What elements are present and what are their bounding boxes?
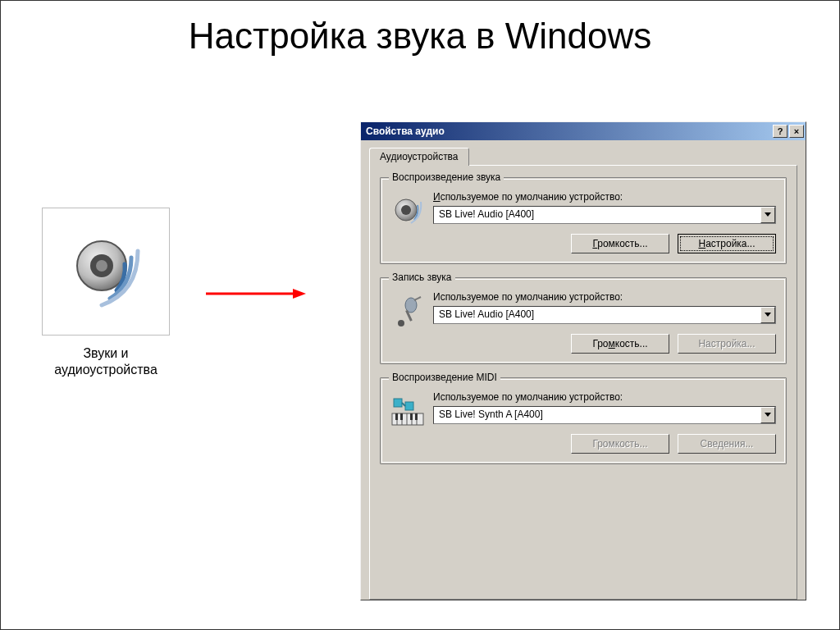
- record-volume-button[interactable]: Громкость...: [571, 334, 669, 354]
- svg-point-6: [401, 205, 411, 215]
- midi-device-combo[interactable]: SB Live! Synth A [A400]: [433, 406, 776, 424]
- svg-rect-21: [410, 413, 413, 420]
- midi-info-button: Сведения...: [678, 434, 776, 454]
- svg-rect-22: [415, 413, 418, 420]
- playback-device-value: SB Live! Audio [A400]: [434, 207, 760, 223]
- svg-point-2: [96, 260, 107, 272]
- playback-setup-button[interactable]: Настройка...: [678, 234, 776, 253]
- svg-rect-23: [394, 399, 402, 407]
- playback-device-combo[interactable]: SB Live! Audio [A400]: [433, 206, 776, 224]
- playback-volume-button[interactable]: Громкость...: [571, 234, 669, 253]
- record-device-combo[interactable]: SB Live! Audio [A400]: [433, 306, 776, 324]
- midi-keyboard-icon: [390, 395, 425, 429]
- titlebar[interactable]: Свойства аудио ? ×: [361, 122, 806, 140]
- playback-group: Воспроизведение звука: [380, 177, 787, 264]
- close-button[interactable]: ×: [789, 125, 804, 138]
- record-group: Запись звука Используемое по умолчанию у…: [380, 277, 787, 364]
- midi-volume-button: Громкость...: [571, 434, 669, 454]
- record-default-label: Используемое по умолчанию устройство:: [433, 291, 776, 303]
- arrow-icon: [203, 281, 309, 306]
- svg-rect-24: [405, 402, 413, 410]
- midi-group: Воспроизведение MIDI: [380, 377, 787, 464]
- tab-audio-devices[interactable]: Аудиоустройства: [369, 148, 469, 166]
- shortcut-caption: Звуки и аудиоустройства: [40, 345, 171, 378]
- slide-title: Настройка звука в Windows: [1, 16, 839, 57]
- playback-default-label: Используемое по умолчанию устройство:: [433, 191, 776, 203]
- audio-properties-dialog: Свойства аудио ? × Аудиоустройства Воспр…: [360, 121, 806, 600]
- record-legend: Запись звука: [389, 272, 455, 283]
- svg-line-25: [402, 403, 405, 406]
- microphone-icon: [390, 294, 425, 329]
- dropdown-icon[interactable]: [760, 207, 775, 223]
- record-setup-button: Настройка...: [678, 334, 776, 354]
- svg-marker-12: [765, 313, 771, 317]
- svg-rect-20: [400, 413, 403, 420]
- tab-page: Воспроизведение звука: [369, 165, 797, 600]
- svg-rect-19: [395, 413, 398, 420]
- midi-device-value: SB Live! Synth A [A400]: [434, 407, 760, 423]
- dropdown-icon[interactable]: [760, 407, 775, 423]
- help-button[interactable]: ?: [773, 125, 788, 138]
- midi-default-label: Используемое по умолчанию устройство:: [433, 391, 776, 403]
- svg-marker-26: [765, 413, 771, 417]
- speaker-large-icon: [61, 226, 151, 317]
- dropdown-icon[interactable]: [760, 307, 775, 323]
- svg-marker-4: [293, 289, 306, 299]
- record-device-value: SB Live! Audio [A400]: [434, 307, 760, 323]
- control-panel-shortcut[interactable]: Звуки и аудиоустройства: [40, 208, 171, 378]
- speaker-icon: [390, 194, 425, 229]
- playback-legend: Воспроизведение звука: [389, 171, 504, 183]
- svg-point-10: [398, 320, 404, 326]
- svg-line-11: [414, 297, 421, 300]
- svg-marker-7: [765, 212, 771, 217]
- titlebar-text: Свойства аудио: [366, 126, 445, 137]
- speaker-icon-box: [42, 208, 170, 336]
- midi-legend: Воспроизведение MIDI: [389, 372, 500, 383]
